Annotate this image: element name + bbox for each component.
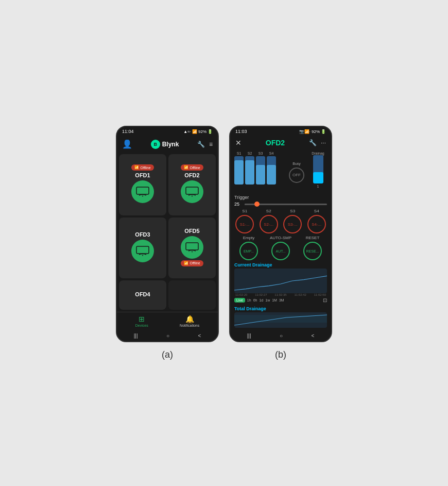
nav-notifications[interactable]: 🔔 Notifications (180, 315, 199, 327)
ofd-header-icons: 🔧 ··· (309, 139, 326, 146)
time-1m[interactable]: 1M (272, 298, 277, 302)
close-icon[interactable]: ✕ (235, 139, 242, 147)
current-drainage-chart (234, 269, 327, 293)
s4-button[interactable]: S4-... (307, 215, 326, 233)
nav-devices[interactable]: ⊞ Devices (135, 315, 148, 327)
time-2: 11:02:27 (255, 293, 267, 296)
off-circle: OFF (289, 167, 304, 183)
svg-rect-0 (136, 187, 149, 194)
battery-icon-a: 🔋 (208, 129, 213, 134)
wrench-icon-b[interactable]: 🔧 (309, 139, 317, 146)
s1-bar-fill (234, 160, 244, 185)
time-1d[interactable]: 1d (259, 298, 263, 302)
svg-rect-6 (186, 243, 198, 250)
sensor-col-s2: S2 (245, 152, 254, 193)
offline-badge-ofd5: 📶Offline (181, 260, 203, 266)
wrench-icon-a[interactable]: 🔧 (197, 141, 205, 148)
sensor-section: S1 S2 S3 (234, 152, 327, 193)
back-btn-b[interactable]: < (311, 333, 314, 339)
busy-section: Busy OFF (286, 152, 307, 193)
device-card-ofd3[interactable]: OFD3 (119, 217, 166, 279)
s-col-4: S4 S4-... (306, 209, 328, 233)
slider-thumb (254, 202, 260, 207)
device-name-ofd5: OFD5 (184, 228, 199, 234)
bell-icon: 🔔 (185, 315, 194, 323)
device-card-ofd4[interactable]: OFD4 (119, 280, 166, 310)
empty-label: Empty (243, 236, 255, 240)
time-3m[interactable]: 3M (279, 298, 284, 302)
ofd-title: OFD2 (266, 139, 285, 147)
recent-btn-b[interactable]: ||| (247, 333, 251, 339)
auto-smp-button[interactable]: AUT... (271, 242, 290, 260)
label-b: (b) (275, 349, 286, 360)
notifications-label: Notifications (180, 324, 199, 327)
reset-button[interactable]: RESE... (303, 242, 322, 260)
s1-bar (234, 156, 244, 185)
empty-col: Empty EMP... (234, 236, 263, 260)
current-drainage-title: Current Drainage (234, 262, 327, 267)
time-a: 11:04 (122, 129, 134, 134)
s4-bar-fill (267, 165, 276, 185)
ofd-header: ✕ OFD2 🔧 ··· (230, 136, 331, 149)
device-card-empty (168, 280, 216, 310)
total-drainage-chart (234, 312, 327, 328)
device-icon-ofd2 (181, 180, 203, 203)
s1-label: S1 (242, 209, 247, 213)
device-name-ofd1: OFD1 (135, 172, 150, 178)
device-card-ofd5[interactable]: OFD5 📶Offline (168, 217, 216, 279)
status-right-a: ▲≈· 📶 92% 🔋 (183, 129, 213, 134)
s-col-3: S3 S3-... (282, 209, 303, 233)
device-card-ofd2[interactable]: 📶Offline OFD2 (168, 154, 216, 215)
s1-top-label: S1 (237, 152, 242, 155)
sensor-col-s4: S4 (267, 152, 276, 193)
more-icon[interactable]: ··· (321, 139, 326, 146)
ofd2-content: S1 S2 S3 (230, 149, 331, 330)
s2-label: S2 (266, 209, 271, 213)
s3-top-label: S3 (259, 152, 263, 155)
s3-label: S3 (290, 209, 295, 213)
time-6h[interactable]: 6h (253, 298, 257, 302)
device-icon-ofd1 (131, 180, 154, 203)
s1-button[interactable]: S1-... (235, 215, 254, 233)
back-btn-a[interactable]: < (198, 333, 201, 339)
s2-bar (245, 156, 254, 185)
total-drainage-section: Total Drainage (234, 306, 327, 328)
device-icon-ofd3 (131, 240, 154, 262)
trigger-section: Trigger 25 (234, 195, 327, 207)
home-btn-a[interactable]: ○ (166, 333, 169, 339)
device-card-ofd1[interactable]: 📶Offline OFD1 (119, 154, 166, 215)
blynk-circle: B (151, 140, 160, 149)
live-button[interactable]: Live (234, 298, 245, 303)
app-header-a: 👤 B Blynk 🔧 ≡ (117, 136, 218, 152)
expand-icon[interactable]: ⊡ (323, 297, 327, 303)
empty-button[interactable]: EMP... (239, 242, 258, 260)
svg-rect-4 (136, 246, 149, 254)
home-btn-b[interactable]: ○ (280, 333, 283, 339)
reset-col: RESET RESE... (298, 236, 327, 260)
signal-icons-a: ▲≈· 📶 (183, 129, 197, 134)
s3-button[interactable]: S3-... (283, 215, 302, 233)
svg-rect-2 (186, 187, 198, 194)
drainage-bar-fill (313, 172, 323, 183)
total-drainage-title: Total Drainage (234, 306, 327, 311)
sensor-group: S1 S2 S3 (234, 152, 284, 193)
offline-badge-ofd2: 📶Offline (181, 164, 203, 171)
trigger-slider[interactable] (245, 204, 327, 205)
off-text: OFF (292, 173, 301, 177)
svg-point-1 (142, 196, 143, 197)
s2-button[interactable]: S2-... (260, 215, 278, 233)
device-name-ofd3: OFD3 (135, 231, 150, 238)
phone-b-wrapper: 11:03 📷📶· 92% 🔋 ✕ OFD2 🔧 ··· (229, 126, 332, 360)
sensor-col-s3: S3 (256, 152, 265, 193)
user-icon[interactable]: 👤 (122, 139, 132, 149)
time-1w[interactable]: 1w (265, 298, 270, 302)
recent-btn-a[interactable]: ||| (134, 333, 138, 339)
time-b: 11:03 (235, 129, 247, 134)
trigger-row: 25 (234, 202, 327, 207)
bottom-nav-a: ⊞ Devices 🔔 Notifications (117, 312, 218, 330)
menu-icon-a[interactable]: ≡ (209, 141, 213, 148)
sys-nav-b: ||| ○ < (230, 330, 331, 341)
time-4: 11:02:42 (294, 293, 306, 296)
time-1h[interactable]: 1h (247, 298, 251, 302)
battery-b: 92% (312, 129, 320, 134)
